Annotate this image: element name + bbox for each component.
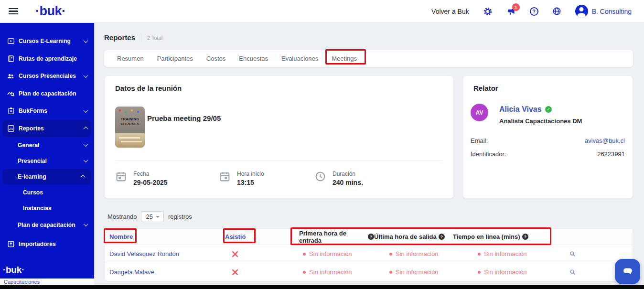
status-dot (389, 253, 392, 256)
email-label: Email: (471, 137, 488, 144)
user-avatar-icon (575, 5, 588, 18)
table-row: Dangela Malave Sin información Sin infor… (105, 263, 633, 281)
calendar-icon (115, 171, 128, 186)
sidebar-item-plan-capacitacion[interactable]: Plan de capacitación (0, 85, 94, 103)
column-header-tiempo: Tiempo en línea (mins)? (453, 233, 568, 240)
chat-widget-button[interactable] (615, 259, 640, 284)
relator-role: Analista Capacitaciones DM (499, 118, 582, 125)
sidebar-item-label: Instancias (23, 205, 87, 212)
field-value: 240 mins. (333, 179, 363, 186)
account-menu[interactable]: B. Consulting (575, 5, 632, 18)
sidebar-item-cursos[interactable]: Cursos (0, 184, 94, 200)
meeting-date-field: Fecha 29-05-2025 (115, 171, 168, 186)
sidebar-item-cursos-elearning[interactable]: Cursos E-Learning (0, 32, 94, 50)
meeting-duration-field: Duración 240 mins. (314, 171, 363, 186)
sidebar-item-label: Plan de capacitación (18, 222, 84, 228)
book-icon (7, 55, 15, 63)
sidebar-item-label: Cursos Presenciales (19, 73, 84, 79)
relator-name-link[interactable]: Alicia Vivas (499, 105, 542, 114)
field-value: 13:15 (237, 179, 264, 186)
sidebar-item-instancias[interactable]: Instancias (0, 200, 94, 216)
question-tooltip-icon[interactable]: ? (439, 234, 445, 240)
sidebar-item-importadores[interactable]: Importadores (0, 235, 94, 253)
menu-icon[interactable] (9, 8, 18, 15)
tab-resumen[interactable]: Resumen (117, 55, 144, 62)
sidebar-item-elearning[interactable]: E-learning (3, 169, 91, 184)
attendance-table: Nombre Asistió Primera hora de entrada? … (104, 228, 633, 281)
card-title: Datos de la reunión (115, 84, 182, 92)
tab-costos[interactable]: Costos (206, 55, 225, 62)
sidebar-item-label: E-learning (18, 173, 81, 180)
field-label: Fecha (133, 171, 168, 177)
first-entry-cell: Sin información (299, 268, 374, 276)
tab-bar: Resumen Participantes Costos Encuestas E… (104, 50, 633, 67)
relator-name-row: Alicia Vivas ✓ (499, 105, 552, 114)
email-value-link[interactable]: avivas@buk.cl (585, 137, 625, 144)
participant-name-link[interactable]: Dangela Malave (105, 268, 225, 276)
page-head: Reportes 2 Total (104, 33, 162, 42)
bar-chart-icon (7, 125, 15, 132)
meeting-name: Prueba meeting 29/05 (147, 114, 221, 122)
table-row: David Velásquez Rondón Sin información S… (105, 245, 633, 263)
chevron-down-icon (84, 73, 88, 78)
settings-gear-icon[interactable] (483, 7, 493, 16)
help-icon[interactable]: ? (530, 7, 538, 16)
announcements-icon[interactable]: 1 (506, 7, 516, 16)
language-globe-icon[interactable] (552, 7, 561, 16)
showing-label: Mostrando (107, 213, 137, 220)
page-size-select[interactable]: 25 (141, 211, 163, 222)
cards-row: Datos de la reunión TRAINING COURSES Pru… (104, 75, 633, 199)
sidebar-item-bukforms[interactable]: BukForms (0, 102, 94, 120)
verified-badge-icon: ✓ (545, 106, 552, 113)
divider (141, 33, 141, 42)
online-time-cell: Sin información (453, 268, 568, 276)
sidebar-item-presencial[interactable]: Presencial (0, 153, 94, 169)
meeting-thumbnail: TRAINING COURSES (115, 107, 145, 148)
main-content: Reportes 2 Total Resumen Participantes C… (94, 23, 644, 285)
sidebar-item-plan-capacitacion-sub[interactable]: Plan de capacitación (0, 216, 94, 234)
question-tooltip-icon[interactable]: ? (522, 234, 528, 240)
detail-search-icon[interactable] (568, 250, 633, 257)
chart-search-icon (7, 89, 15, 97)
sidebar-item-label: BukForms (19, 107, 84, 114)
not-attended-x-icon (225, 251, 299, 257)
status-link: Capacitaciones (0, 278, 94, 285)
tab-meetings[interactable]: Meetings (332, 55, 357, 62)
table-header-row: Nombre Asistió Primera hora de entrada? … (105, 229, 633, 245)
identifier-row: Identificador: 26223991 (471, 150, 625, 158)
column-header-asistio[interactable]: Asistió (225, 233, 299, 240)
sidebar-item-label: Cursos (23, 189, 87, 196)
tab-evaluaciones[interactable]: Evaluaciones (281, 55, 318, 62)
column-header-salida: Última hora de salida? (374, 233, 453, 240)
tab-participantes[interactable]: Participantes (157, 55, 193, 62)
question-tooltip-icon[interactable]: ? (368, 234, 374, 240)
chevron-down-icon (84, 108, 88, 113)
chevron-down-icon (156, 216, 160, 218)
import-icon (7, 240, 15, 248)
sidebar-item-cursos-presenciales[interactable]: Cursos Presenciales (0, 67, 94, 85)
sidebar-item-label: General (18, 142, 84, 149)
divider (115, 161, 443, 161)
tab-encuestas[interactable]: Encuestas (239, 55, 268, 62)
thumbnail-books (115, 133, 145, 148)
sidebar-item-label: Cursos E-Learning (19, 38, 84, 44)
buk-logo: ·buk· (35, 4, 65, 19)
account-name: B. Consulting (592, 8, 632, 15)
sidebar-item-rutas[interactable]: Rutas de aprendizaje (0, 50, 94, 68)
status-dot (478, 271, 481, 274)
chevron-down-icon (84, 158, 88, 162)
sidebar-item-reportes[interactable]: Reportes (3, 120, 91, 138)
participant-name-link[interactable]: David Velásquez Rondón (105, 250, 225, 257)
status-dot (303, 253, 306, 256)
chevron-down-icon (84, 222, 88, 226)
volver-a-buk-link[interactable]: Volver a Buk (431, 8, 469, 15)
people-icon (7, 72, 15, 80)
field-value: 29-05-2025 (133, 179, 168, 186)
chevron-down-icon (84, 142, 88, 147)
status-dot (389, 271, 392, 274)
identifier-value: 26223991 (597, 150, 625, 158)
sidebar-item-general[interactable]: General (0, 137, 94, 153)
status-dot (303, 271, 306, 274)
column-header-nombre[interactable]: Nombre (105, 233, 225, 240)
status-dot (478, 253, 481, 256)
